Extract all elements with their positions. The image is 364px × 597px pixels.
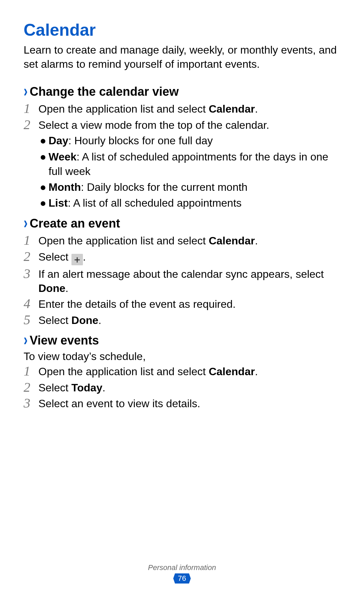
bold-part: Calendar: [209, 103, 255, 115]
text-part: Select: [38, 251, 71, 263]
step-number: 2: [24, 118, 38, 132]
step-text: Select Today.: [38, 380, 105, 395]
bullet-icon: ●: [40, 180, 49, 195]
text-part: .: [83, 251, 86, 263]
chevron-icon: ›: [24, 330, 28, 350]
section-heading-view-events: ›View events: [24, 333, 340, 348]
bold-part: Day: [49, 135, 68, 147]
text-part: .: [255, 365, 258, 378]
text-part: .: [102, 382, 105, 394]
footer-label: Personal information: [0, 563, 364, 572]
text-part: Open the application list and select: [38, 103, 209, 115]
text-part: If an alert message about the calendar s…: [38, 268, 324, 280]
bullet-icon: ●: [40, 150, 49, 179]
intro-text: Learn to create and manage daily, weekly…: [24, 43, 340, 71]
bullet-list: ● Day: Hourly blocks for one full day ● …: [40, 133, 340, 210]
text-part: .: [255, 235, 258, 247]
text-part: .: [255, 103, 258, 115]
bold-part: Calendar: [209, 365, 255, 378]
step-item: 2 Select ＋.: [24, 249, 340, 265]
step-text: Select Done.: [38, 313, 101, 328]
bullet-text: List: A list of all scheduled appointmen…: [49, 196, 242, 210]
plus-icon: ＋: [71, 254, 83, 265]
step-item: 3 If an alert message about the calendar…: [24, 267, 340, 295]
step-text: Open the application list and select Cal…: [38, 233, 258, 248]
chevron-icon: ›: [24, 213, 28, 233]
step-text: Open the application list and select Cal…: [38, 364, 258, 379]
section-heading-text: Change the calendar view: [30, 85, 179, 98]
chevron-icon: ›: [24, 81, 28, 101]
text-part: Open the application list and select: [38, 235, 209, 247]
step-number: 5: [24, 313, 38, 327]
bullet-icon: ●: [40, 133, 49, 148]
page-number-badge: 76: [173, 573, 191, 584]
step-number: 1: [24, 364, 38, 378]
lead-text: To view today’s schedule,: [24, 350, 340, 363]
bullet-icon: ●: [40, 196, 49, 210]
step-item: 2 Select Today.: [24, 380, 340, 395]
step-number: 1: [24, 101, 38, 116]
page-footer: Personal information 76: [0, 563, 364, 584]
bold-part: Done: [38, 282, 65, 294]
text-part: Select: [38, 314, 71, 326]
step-item: 1 Open the application list and select C…: [24, 101, 340, 116]
step-item: 2 Select a view mode from the top of the…: [24, 118, 340, 132]
step-number: 2: [24, 249, 38, 264]
bullet-text: Week: A list of scheduled appointments f…: [49, 150, 340, 179]
step-text: If an alert message about the calendar s…: [38, 267, 340, 295]
text-part: : A list of scheduled appointments for t…: [49, 151, 328, 177]
text-part: : Hourly blocks for one full day: [68, 135, 213, 147]
bullet-text: Month: Daily blocks for the current mont…: [49, 180, 247, 195]
bold-part: Week: [49, 151, 77, 163]
manual-page: Calendar Learn to create and manage dail…: [0, 0, 364, 597]
step-item: 1 Open the application list and select C…: [24, 364, 340, 379]
step-text: Select an event to view its details.: [38, 396, 200, 411]
section-heading-create-event: ›Create an event: [24, 216, 340, 231]
text-part: : A list of all scheduled appointments: [68, 197, 242, 209]
text-part: Open the application list and select: [38, 365, 209, 378]
step-text: Enter the details of the event as requir…: [38, 297, 236, 311]
bold-part: Today: [71, 382, 102, 394]
section-heading-text: Create an event: [30, 216, 120, 230]
bullet-item: ● Week: A list of scheduled appointments…: [40, 150, 340, 179]
step-number: 3: [24, 267, 38, 281]
step-number: 3: [24, 396, 38, 410]
text-part: : Daily blocks for the current month: [81, 181, 247, 193]
page-title: Calendar: [24, 20, 340, 40]
step-text: Select ＋.: [38, 249, 86, 265]
text-part: .: [98, 314, 101, 326]
bold-part: Month: [49, 181, 81, 193]
section-heading-change-view: ›Change the calendar view: [24, 85, 340, 99]
section-heading-text: View events: [30, 333, 99, 347]
bold-part: Done: [71, 314, 98, 326]
step-item: 1 Open the application list and select C…: [24, 233, 340, 248]
step-text: Select a view mode from the top of the c…: [38, 118, 269, 132]
step-item: 4 Enter the details of the event as requ…: [24, 297, 340, 311]
step-number: 2: [24, 380, 38, 394]
step-number: 1: [24, 233, 38, 247]
text-part: Select: [38, 382, 71, 394]
step-item: 3 Select an event to view its details.: [24, 396, 340, 411]
step-item: 5 Select Done.: [24, 313, 340, 328]
step-text: Open the application list and select Cal…: [38, 101, 258, 116]
bold-part: List: [49, 197, 68, 209]
bullet-text: Day: Hourly blocks for one full day: [49, 133, 213, 148]
step-number: 4: [24, 297, 38, 311]
text-part: .: [65, 282, 68, 294]
bullet-item: ● List: A list of all scheduled appointm…: [40, 196, 340, 210]
bold-part: Calendar: [209, 235, 255, 247]
bullet-item: ● Day: Hourly blocks for one full day: [40, 133, 340, 148]
bullet-item: ● Month: Daily blocks for the current mo…: [40, 180, 340, 195]
